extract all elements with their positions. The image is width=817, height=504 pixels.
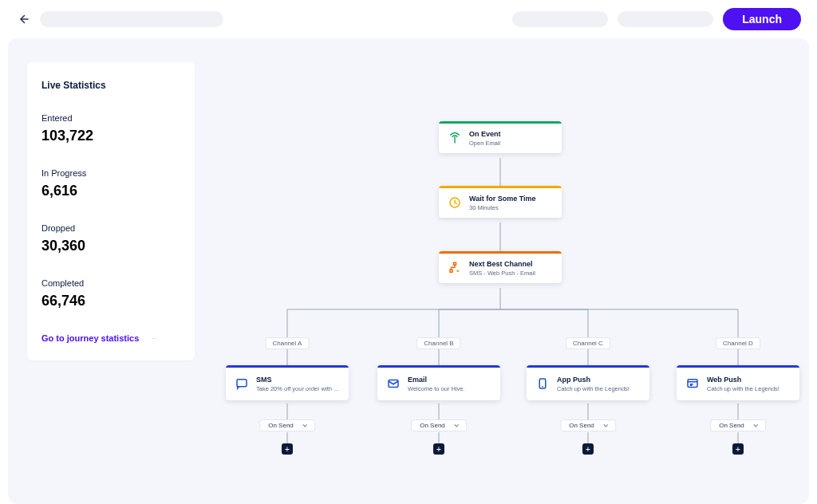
browser-icon — [685, 376, 701, 392]
on-send-label: On Send — [569, 422, 594, 429]
stat-value: 66,746 — [41, 293, 180, 309]
action-placeholder-1 — [512, 11, 608, 27]
journey-canvas: Live Statistics Entered 103,722 In Progr… — [8, 38, 809, 504]
add-step-button-c[interactable]: + — [582, 443, 594, 455]
node-title: Wait for Some Time — [469, 195, 536, 203]
node-subtitle: SMS - Web Push - Email — [469, 270, 535, 277]
breadcrumb-placeholder — [40, 11, 223, 27]
node-subtitle: Welcome to our Hive. — [408, 385, 465, 392]
channel-tab-c: Channel C — [566, 337, 610, 349]
launch-button[interactable]: Launch — [723, 8, 801, 30]
clock-icon — [447, 195, 463, 211]
stat-in-progress: In Progress 6,616 — [41, 168, 180, 199]
journey-statistics-link[interactable]: Go to journey statistics — [41, 333, 180, 343]
node-title: Email — [408, 376, 465, 384]
back-button[interactable] — [16, 12, 30, 26]
node-subtitle: Take 20% off your order with code ... — [256, 385, 342, 392]
on-send-select-d[interactable]: On Send — [710, 419, 766, 431]
stat-value: 6,616 — [41, 183, 180, 199]
node-title: On Event — [469, 130, 501, 139]
chevron-down-icon — [752, 423, 759, 429]
action-placeholder-2 — [618, 11, 713, 27]
branch-icon — [447, 260, 463, 276]
add-step-button-b[interactable]: + — [433, 443, 444, 455]
stat-label: Entered — [41, 113, 180, 123]
on-send-label: On Send — [268, 422, 294, 429]
svg-rect-21 — [688, 380, 697, 388]
stat-dropped: Dropped 30,360 — [41, 223, 180, 254]
live-statistics-panel: Live Statistics Entered 103,722 In Progr… — [27, 62, 195, 360]
channel-tab-d: Channel D — [716, 337, 760, 349]
channel-tab-b: Channel B — [416, 337, 460, 349]
add-step-button-d[interactable]: + — [732, 443, 744, 455]
node-title: Web Push — [707, 376, 780, 384]
chevron-down-icon — [602, 423, 609, 429]
on-send-label: On Send — [420, 422, 445, 429]
chevron-down-icon — [302, 423, 308, 429]
node-channel-email[interactable]: Email Welcome to our Hive. — [377, 365, 500, 400]
link-label: Go to journey statistics — [41, 333, 139, 343]
node-wait[interactable]: Wait for Some Time 30 Minutes — [439, 186, 562, 218]
node-title: Next Best Channel — [469, 260, 535, 269]
mobile-icon — [535, 376, 551, 392]
panel-title: Live Statistics — [41, 80, 180, 91]
node-channel-web-push[interactable]: Web Push Catch up with the Legends! — [677, 365, 799, 400]
stat-completed: Completed 66,746 — [41, 278, 180, 309]
stat-label: Dropped — [41, 223, 180, 233]
node-subtitle: Open Email — [469, 140, 501, 147]
on-send-select-b[interactable]: On Send — [411, 419, 467, 431]
stat-value: 30,360 — [41, 238, 180, 254]
node-title: SMS — [256, 376, 342, 384]
stat-value: 103,722 — [41, 128, 180, 144]
node-on-event[interactable]: On Event Open Email — [439, 121, 562, 153]
email-icon — [385, 376, 401, 392]
add-step-button-a[interactable]: + — [282, 443, 293, 455]
chevron-down-icon — [453, 423, 460, 429]
node-title: App Push — [557, 376, 630, 384]
on-send-select-c[interactable]: On Send — [560, 419, 616, 431]
channel-tab-a: Channel A — [266, 337, 310, 349]
node-subtitle: Catch up with the Legends! — [707, 385, 780, 392]
on-send-label: On Send — [719, 422, 744, 429]
top-bar: Launch — [0, 0, 817, 38]
stat-label: In Progress — [41, 168, 180, 178]
stat-label: Completed — [41, 278, 180, 288]
broadcast-icon — [447, 130, 463, 146]
node-channel-sms[interactable]: SMS Take 20% off your order with code ..… — [226, 365, 349, 400]
node-subtitle: Catch up with the Legends! — [557, 385, 630, 392]
stat-entered: Entered 103,722 — [41, 113, 180, 144]
node-subtitle: 30 Minutes — [469, 204, 536, 211]
node-best-channel[interactable]: Next Best Channel SMS - Web Push - Email — [439, 251, 562, 283]
on-send-select-a[interactable]: On Send — [259, 419, 315, 431]
node-channel-app-push[interactable]: App Push Catch up with the Legends! — [527, 365, 649, 400]
sms-icon — [234, 376, 250, 392]
